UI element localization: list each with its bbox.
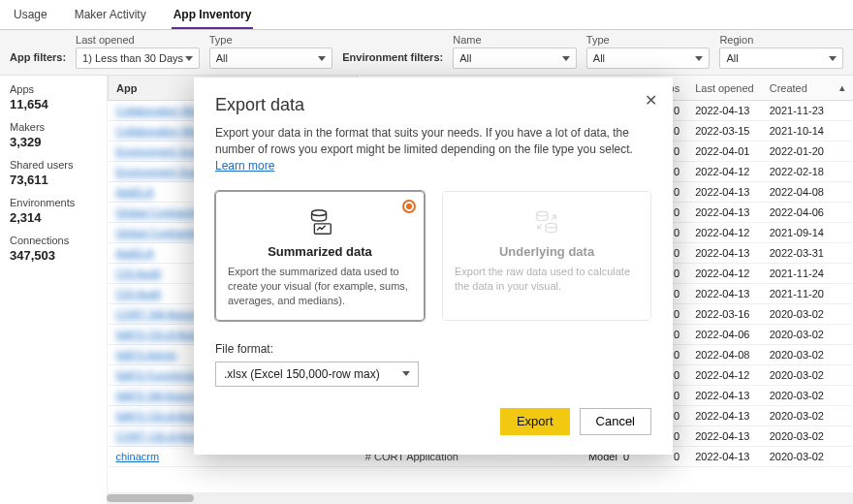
svg-point-0 bbox=[312, 210, 327, 216]
svg-point-3 bbox=[546, 224, 556, 229]
file-format-label: File format: bbox=[215, 342, 651, 356]
modal-description: Export your data in the format that suit… bbox=[215, 125, 651, 173]
chevron-down-icon bbox=[402, 371, 410, 376]
option-summarized-data[interactable]: Summarized data Export the summarized da… bbox=[215, 191, 425, 321]
underlying-body: Export the raw data used to calculate th… bbox=[455, 265, 639, 294]
svg-point-2 bbox=[537, 212, 548, 217]
export-button[interactable]: Export bbox=[500, 408, 570, 435]
export-data-modal: ✕ Export data Export your data in the fo… bbox=[194, 78, 673, 455]
option-underlying-data: Underlying data Export the raw data used… bbox=[442, 191, 651, 321]
file-format-value: .xlsx (Excel 150,000-row max) bbox=[224, 367, 380, 381]
summarized-body: Export the summarized data used to creat… bbox=[228, 265, 412, 308]
radio-selected-icon bbox=[402, 200, 416, 213]
file-format-select[interactable]: .xlsx (Excel 150,000-row max) bbox=[215, 362, 419, 387]
underlying-title: Underlying data bbox=[455, 244, 639, 259]
close-icon[interactable]: ✕ bbox=[645, 91, 657, 110]
summarized-data-icon bbox=[228, 207, 412, 236]
modal-title: Export data bbox=[215, 95, 651, 115]
summarized-title: Summarized data bbox=[228, 244, 412, 259]
cancel-button[interactable]: Cancel bbox=[580, 408, 651, 435]
underlying-data-icon bbox=[455, 207, 639, 236]
learn-more-link[interactable]: Learn more bbox=[215, 159, 274, 173]
